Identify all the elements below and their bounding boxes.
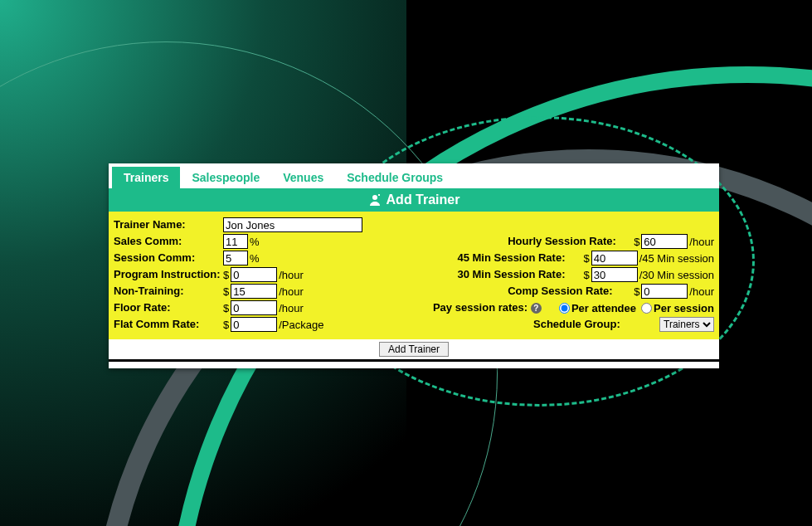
per-session-label: Per session	[654, 302, 714, 314]
comp-rate-prefix: $	[634, 285, 639, 298]
non-training-label: Non-Training:	[114, 283, 223, 300]
pay-rates-label: Pay session rates: ?	[433, 300, 559, 316]
min30-rate-input[interactable]	[591, 267, 638, 282]
bottom-strip	[109, 362, 719, 368]
per-attendee-radio[interactable]	[559, 303, 570, 314]
min45-rate-label: 45 Min Session Rate:	[457, 250, 583, 266]
comp-rate-input[interactable]	[641, 284, 688, 299]
footer-bar: Add Trainer	[109, 339, 719, 359]
section-title: Add Trainer	[387, 192, 460, 207]
tab-venues[interactable]: Venues	[271, 167, 335, 188]
add-trainer-panel: Trainers Salespeople Venues Schedule Gro…	[109, 163, 719, 368]
svg-point-0	[372, 195, 377, 200]
hourly-rate-prefix: $	[634, 236, 639, 248]
session-comm-label: Session Comm:	[114, 250, 223, 266]
add-trainer-button[interactable]: Add Trainer	[379, 342, 449, 357]
floor-rate-unit: /hour	[279, 302, 304, 314]
flat-comm-prefix: $	[223, 319, 229, 331]
tab-schedule-groups[interactable]: Schedule Groups	[335, 167, 455, 188]
flat-comm-input[interactable]	[231, 317, 277, 332]
flat-comm-unit: /Package	[279, 319, 323, 331]
tabs-row: Trainers Salespeople Venues Schedule Gro…	[109, 163, 719, 188]
min30-rate-label: 30 Min Session Rate:	[457, 266, 583, 283]
trainer-name-input[interactable]	[223, 217, 362, 232]
trainer-name-label: Trainer Name:	[114, 217, 223, 233]
floor-rate-label: Floor Rate:	[114, 300, 223, 316]
min45-rate-input[interactable]	[591, 251, 638, 265]
hourly-rate-unit: /hour	[689, 236, 714, 248]
non-training-unit: /hour	[279, 285, 304, 298]
session-comm-unit: %	[250, 252, 260, 265]
non-training-input[interactable]	[231, 284, 277, 299]
help-icon[interactable]: ?	[531, 303, 542, 314]
per-session-radio[interactable]	[641, 303, 652, 314]
sched-group-label: Schedule Group:	[533, 316, 659, 333]
sched-group-select[interactable]: Trainers	[659, 317, 714, 332]
per-attendee-label: Per attendee	[571, 302, 636, 314]
min30-rate-prefix: $	[583, 269, 589, 281]
form-area: Trainer Name: Sales Comm: % Hourly Sessi…	[109, 212, 719, 339]
sales-comm-unit: %	[250, 236, 260, 248]
flat-comm-label: Flat Comm Rate:	[114, 316, 223, 333]
min45-rate-prefix: $	[583, 252, 589, 265]
floor-rate-input[interactable]	[231, 300, 277, 315]
tab-salespeople[interactable]: Salespeople	[180, 167, 271, 188]
section-header: Add Trainer	[109, 188, 719, 212]
hourly-rate-label: Hourly Session Rate:	[508, 233, 634, 250]
program-instr-unit: /hour	[279, 269, 304, 281]
comp-rate-unit: /hour	[689, 285, 714, 298]
hourly-rate-input[interactable]	[641, 234, 688, 249]
tab-trainers[interactable]: Trainers	[112, 167, 180, 188]
sales-comm-label: Sales Comm:	[114, 233, 223, 250]
sales-comm-input[interactable]	[223, 234, 248, 249]
min45-rate-unit: /45 Min session	[639, 252, 714, 265]
person-add-icon	[368, 193, 382, 207]
comp-rate-label: Comp Session Rate:	[508, 283, 634, 300]
program-instr-label: Program Instruction:	[114, 266, 223, 283]
session-comm-input[interactable]	[223, 251, 248, 265]
program-instr-input[interactable]	[231, 267, 277, 282]
min30-rate-unit: /30 Min session	[639, 269, 714, 281]
program-instr-prefix: $	[223, 269, 229, 281]
floor-rate-prefix: $	[223, 302, 229, 314]
non-training-prefix: $	[223, 285, 229, 298]
